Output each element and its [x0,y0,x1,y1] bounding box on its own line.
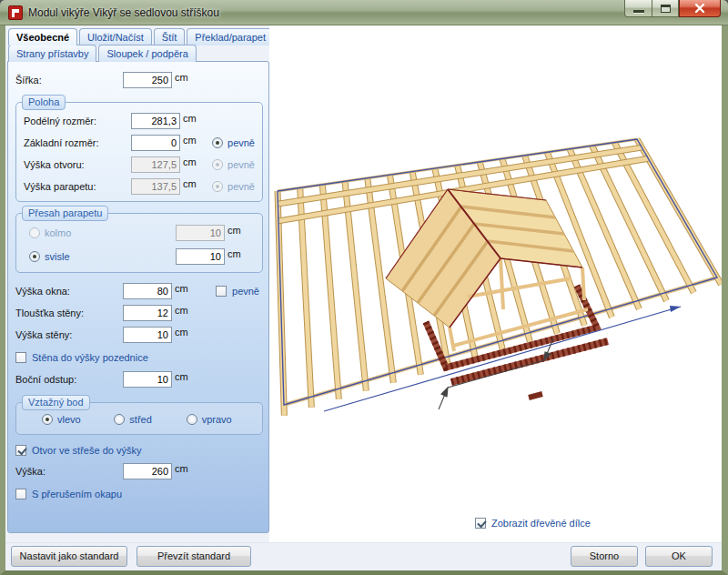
tab-preklad-parapet[interactable]: Překlad/parapet [187,28,269,45]
vztazny-bod-group-title: Vztažný bod [22,395,90,410]
kolmo-radio[interactable] [29,227,40,238]
stena-do-vysky-pozednice-checkbox[interactable] [15,352,26,363]
close-button[interactable] [679,0,721,17]
unit-label: cm [183,178,197,189]
podelny-rozmer-input[interactable] [131,113,180,129]
roof-3d-drawing [269,25,722,542]
pevne-radio-parapet [212,181,223,192]
preview-3d-canvas[interactable]: Zobrazit dřevěné dílce [269,25,722,542]
vyska-parapetu-label: Výška parapetu: [24,181,131,192]
maximize-button[interactable] [652,0,679,17]
unit-label: cm [175,72,188,83]
zobrazit-drevene-dilce-label: Zobrazit dřevěné dílce [491,518,591,529]
vyska-otvoru-input [131,156,180,173]
zakladni-rozmer-input[interactable] [131,135,180,151]
app-icon [8,5,23,20]
stena-do-vysky-pozednice-label: Stěna do výšky pozednice [32,352,148,363]
vlevo-label: vlevo [57,414,81,425]
tloustka-steny-input[interactable] [123,305,172,321]
storno-button[interactable]: Storno [571,546,638,567]
vyska-label: Výška: [15,466,123,477]
podelny-rozmer-label: Podélný rozměr: [24,116,131,126]
vyska-parapetu-input [131,178,180,195]
vpravo-radio[interactable] [187,414,197,425]
unit-label: cm [183,113,197,124]
pevne-label: pevně [228,181,255,192]
eave-direction-arrow [324,306,681,411]
s-prerusenim-okapu-label: S přerušením okapu [32,489,122,499]
unit-label: cm [175,305,188,316]
svisle-radio[interactable] [29,251,40,262]
tab-sloupek-podpera[interactable]: Sloupek / podpěra [98,45,196,62]
unit-label: cm [175,327,188,338]
pevne-radio-otvor [212,159,223,170]
dialog-window: Modul vikýře Vikýř se sedlovou stříškou … [0,0,728,575]
nastavit-jako-standard-button[interactable]: Nastavit jako standard [11,546,127,567]
minimize-button[interactable] [624,0,652,17]
otvor-ve-strese-checkbox[interactable] [15,445,26,456]
pevne-label: pevně [228,159,255,170]
minimize-icon [633,10,644,13]
unit-label: cm [175,371,188,382]
window-title: Modul vikýře Vikýř se sedlovou stříškou [28,6,219,19]
unit-label: cm [228,225,241,236]
svisle-label: svisle [45,251,152,262]
unit-label: cm [228,248,241,259]
vpravo-label: vpravo [202,414,232,425]
stred-label: střed [129,414,151,425]
prevzit-standard-button[interactable]: Převzít standard [136,546,251,567]
otvor-ve-strese-label: Otvor ve střeše do výšky [32,445,141,456]
pevne-label: pevně [232,286,259,297]
tab-strany-pristavby[interactable]: Strany přístavby [8,45,96,62]
vztazny-bod-group: Vztažný bod vlevo střed [15,402,263,435]
vyska-otvoru-label: Výška otvoru: [24,159,131,170]
pevne-checkbox[interactable] [216,286,227,297]
presah-parapetu-group: Přesah parapetu kolmo cm svisle cm [15,213,263,273]
pevne-label: pevně [228,137,255,148]
title-bar: Modul vikýře Vikýř se sedlovou stříškou [0,0,728,25]
width-label: Šířka: [15,75,123,86]
zobrazit-drevene-dilce-checkbox[interactable] [475,518,486,529]
vyska-okna-label: Výška okna: [15,286,123,297]
pevne-radio-zakladni[interactable] [212,137,223,148]
presah-group-title: Přesah parapetu [22,206,108,221]
vlevo-radio[interactable] [42,414,53,425]
svisle-input[interactable] [176,248,225,265]
footer-bar: Nastavit jako standard Převzít standard … [5,542,722,570]
width-input[interactable] [123,72,172,88]
tab-ulozit-nacist[interactable]: Uložit/Načíst [79,28,152,45]
bocni-odstup-label: Boční odstup: [15,374,123,385]
kolmo-input [176,225,225,241]
vyska-okna-input[interactable] [123,283,172,299]
kolmo-label: kolmo [45,227,152,238]
unit-label: cm [183,156,197,167]
tab-page-vseobecne: Šířka: cm Poloha Podélný rozměr: cm Zákl… [7,61,269,533]
zakladni-rozmer-label: Základní rozměr: [24,137,131,148]
close-icon [694,3,705,14]
settings-panel: Všeobecné Uložit/Načíst Štít Překlad/par… [5,25,269,542]
vyska-steny-input[interactable] [123,327,172,343]
bocni-odstup-input[interactable] [123,371,172,388]
unit-label: cm [175,283,188,294]
unit-label: cm [183,135,197,146]
poloha-group-title: Poloha [22,95,66,110]
poloha-group: Poloha Podélný rozměr: cm Základní rozmě… [15,102,263,202]
vyska-input[interactable] [123,463,172,479]
s-prerusenim-okapu-checkbox[interactable] [15,489,26,499]
unit-label: cm [175,463,188,474]
vyska-steny-label: Výška stěny: [15,329,123,340]
tab-stit[interactable]: Štít [154,28,186,45]
tab-vseobecne[interactable]: Všeobecné [8,28,77,45]
stred-radio[interactable] [114,414,125,425]
ok-button[interactable]: OK [645,546,713,567]
maximize-icon [661,5,671,13]
tloustka-steny-label: Tloušťka stěny: [15,308,123,318]
